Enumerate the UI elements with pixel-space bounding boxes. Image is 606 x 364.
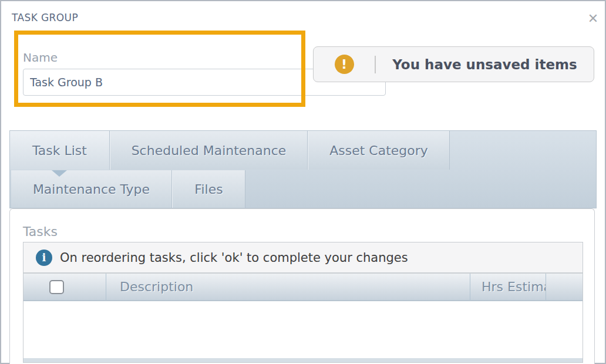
grid-horizontal-scrollbar-track[interactable]: [23, 358, 583, 362]
name-field-label: Name: [23, 50, 58, 65]
tab-asset-category[interactable]: Asset Category: [308, 131, 450, 170]
close-icon[interactable]: ✕: [585, 11, 601, 27]
info-icon: i: [36, 250, 52, 266]
tab-task-list[interactable]: Task List: [10, 131, 110, 170]
tab-bar: Task List Scheduled Maintenance Asset Ca…: [9, 130, 597, 208]
task-group-dialog: TASK GROUP ✕ Name ! You have unsaved ite…: [0, 0, 606, 364]
warning-icon: !: [335, 55, 354, 74]
tab-row-1: Task List Scheduled Maintenance Asset Ca…: [10, 131, 596, 170]
tasks-section-label: Tasks: [23, 224, 58, 239]
task-list-tab-panel: Tasks i On reordering tasks, click 'ok' …: [9, 208, 595, 364]
unsaved-items-text: You have unsaved items: [376, 57, 594, 72]
reorder-info-text: On reordering tasks, click 'ok' to compl…: [60, 251, 408, 265]
tab-maintenance-type[interactable]: Maintenance Type: [11, 170, 172, 208]
select-column-header: [23, 274, 106, 300]
warning-icon-wrap: !: [314, 55, 375, 74]
tasks-grid-body[interactable]: [23, 301, 583, 358]
description-column-header[interactable]: Description: [106, 274, 470, 300]
active-tab-arrow-icon: [52, 170, 67, 177]
dialog-title: TASK GROUP: [12, 12, 78, 23]
tab-files[interactable]: Files: [172, 170, 245, 208]
tab-scheduled-maintenance[interactable]: Scheduled Maintenance: [110, 131, 308, 170]
tab-row-2: Maintenance Type Files: [10, 170, 596, 208]
tasks-grid: i On reordering tasks, click 'ok' to com…: [23, 242, 583, 363]
unsaved-items-notification: ! You have unsaved items: [313, 46, 594, 82]
hrs-estimate-column-header[interactable]: Hrs Estima: [470, 274, 546, 300]
reorder-info-banner: i On reordering tasks, click 'ok' to com…: [23, 242, 583, 274]
select-all-checkbox[interactable]: [49, 280, 64, 294]
tasks-grid-header: Description Hrs Estima: [23, 274, 583, 301]
filler-column-header: [546, 274, 583, 300]
